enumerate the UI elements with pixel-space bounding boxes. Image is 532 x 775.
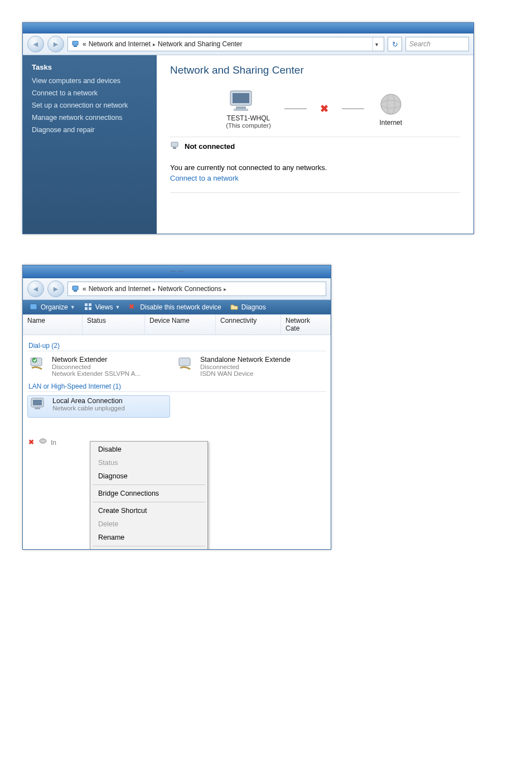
ctx-rename[interactable]: Rename (90, 531, 207, 544)
network-topology: TEST1-WHQL (This computer) ✖ Internet (170, 89, 460, 129)
command-toolbar: Organize ▼ Views ▼ ✖ Disable this networ… (23, 300, 331, 314)
connection-device: ISDN WAN Device (200, 370, 291, 377)
svg-point-6 (381, 94, 401, 114)
error-x-icon: ✖ (28, 438, 34, 446)
svg-rect-0 (72, 41, 78, 45)
network-small-icon (170, 141, 180, 152)
network-connections-window: — — ◄ ► « Network and Internet ▸ Network… (22, 265, 331, 550)
connection-status: Network cable unplugged (52, 405, 125, 411)
device-prefix-text: In (51, 439, 56, 447)
network-icon (71, 40, 80, 49)
ctx-disable[interactable]: Disable (90, 443, 207, 456)
search-input[interactable]: Search (405, 37, 469, 51)
connection-local-area[interactable]: Local Area Connection Network cable unpl… (27, 395, 170, 418)
tasks-title: Tasks (32, 63, 148, 71)
nav-forward-button[interactable]: ► (47, 36, 64, 52)
breadcrumb-part-2[interactable]: Network Connections (158, 285, 221, 293)
folder-icon (230, 303, 239, 312)
globe-icon (378, 91, 404, 118)
col-header-status[interactable]: Status (83, 314, 145, 335)
disable-x-icon: ✖ (129, 303, 138, 312)
connection-status: Disconnected (200, 364, 291, 370)
svg-rect-12 (74, 290, 77, 292)
computer-icon (226, 89, 271, 113)
connect-to-network-link[interactable]: Connect to a network (170, 174, 239, 182)
breadcrumb-part-2[interactable]: Network and Sharing Center (158, 40, 242, 48)
task-setup-connection[interactable]: Set up a connection or network (32, 101, 148, 109)
column-headers: Name Status Device Name Connectivity Net… (23, 314, 331, 335)
task-manage-connections[interactable]: Manage network connections (32, 114, 148, 122)
breadcrumb-dropdown[interactable]: ▾ (373, 37, 380, 51)
col-header-name[interactable]: Name (23, 314, 83, 335)
ctx-delete: Delete (90, 517, 207, 531)
main-panel: Network and Sharing Center TEST1-WHQL (T… (157, 55, 473, 234)
svg-rect-17 (89, 307, 91, 310)
task-diagnose-repair[interactable]: Diagnose and repair (32, 126, 148, 134)
connection-device: Network Extender SSLVPN A... (52, 370, 141, 377)
this-computer-node: TEST1-WHQL (This computer) (226, 89, 271, 129)
page-title: Network and Sharing Center (170, 64, 460, 76)
organize-button[interactable]: Organize ▼ (26, 302, 79, 313)
svg-rect-20 (179, 358, 190, 366)
topology-line-right (342, 108, 364, 109)
svg-rect-10 (173, 147, 176, 149)
dropdown-caret-icon: ▼ (115, 304, 120, 310)
disable-device-button[interactable]: ✖ Disable this network device (125, 302, 224, 313)
group-dialup[interactable]: Dial-up (2) (27, 340, 326, 351)
this-computer-name: TEST1-WHQL (226, 114, 271, 122)
col-header-category[interactable]: Network Cate (281, 314, 331, 335)
task-view-computers[interactable]: View computers and devices (32, 77, 148, 85)
tasks-panel: Tasks View computers and devices Connect… (23, 55, 157, 234)
breadcrumb-chevrons: « (83, 40, 86, 48)
nav-back-button[interactable]: ◄ (27, 36, 44, 52)
nav-forward-button[interactable]: ► (47, 280, 64, 297)
internet-label: Internet (378, 119, 404, 127)
connection-status-row: Not connected (170, 137, 460, 152)
svg-rect-16 (85, 307, 88, 310)
not-connected-message: You are currently not connected to any n… (170, 163, 460, 172)
network-icon (71, 284, 80, 293)
breadcrumb-bar[interactable]: « Network and Internet ▸ Network and Sha… (67, 37, 384, 51)
ctx-diagnose[interactable]: Diagnose (90, 469, 207, 483)
svg-rect-13 (30, 304, 37, 309)
window-titlebar (23, 23, 473, 33)
ctx-bridge[interactable]: Bridge Connections (90, 487, 207, 500)
task-connect-network[interactable]: Connect to a network (32, 89, 148, 97)
ctx-separator (93, 485, 205, 485)
refresh-button[interactable]: ↻ (388, 37, 402, 51)
svg-rect-3 (233, 93, 249, 103)
svg-rect-22 (33, 400, 42, 405)
connection-name: Local Area Connection (52, 397, 125, 405)
svg-rect-11 (72, 286, 78, 290)
organize-icon (30, 303, 38, 312)
network-sharing-center-window: ◄ ► « Network and Internet ▸ Network and… (22, 22, 474, 234)
col-header-connectivity[interactable]: Connectivity (216, 314, 281, 335)
connection-status-text: Not connected (185, 142, 235, 151)
plug-icon (38, 437, 49, 447)
nav-back-button[interactable]: ◄ (27, 280, 44, 297)
diagnose-button[interactable]: Diagnos (227, 302, 269, 313)
breadcrumb-part-1[interactable]: Network and Internet (89, 285, 151, 293)
breadcrumb-bar[interactable]: « Network and Internet ▸ Network Connect… (67, 282, 326, 296)
context-menu: Disable Status Diagnose Bridge Connectio… (90, 441, 208, 550)
connection-status: Disconnected (52, 364, 141, 370)
ctx-separator (93, 502, 205, 502)
group-lan[interactable]: LAN or High-Speed Internet (1) (27, 380, 326, 392)
connection-standalone-extender[interactable]: Standalone Network Extende Disconnected … (176, 355, 317, 378)
views-icon (84, 303, 93, 312)
breadcrumb-sep-1: ▸ (153, 286, 156, 292)
ctx-shortcut[interactable]: Create Shortcut (90, 504, 207, 517)
col-header-device-name[interactable]: Device Name (145, 314, 216, 335)
breadcrumb-part-1[interactable]: Network and Internet (89, 40, 151, 48)
dialup-icon (28, 356, 47, 375)
breadcrumb-chevrons: « (83, 285, 86, 293)
views-button[interactable]: Views ▼ (81, 302, 124, 313)
dropdown-caret-icon: ▼ (70, 304, 75, 310)
svg-rect-5 (234, 109, 248, 111)
connection-network-extender[interactable]: Network Extender Disconnected Network Ex… (27, 355, 169, 378)
breadcrumb-trailing: ▸ (224, 286, 226, 292)
status-message-block: You are currently not connected to any n… (170, 163, 460, 182)
ctx-properties[interactable]: Properties (90, 548, 207, 550)
svg-point-24 (40, 439, 46, 443)
breadcrumb-sep-1: ▸ (153, 41, 156, 47)
